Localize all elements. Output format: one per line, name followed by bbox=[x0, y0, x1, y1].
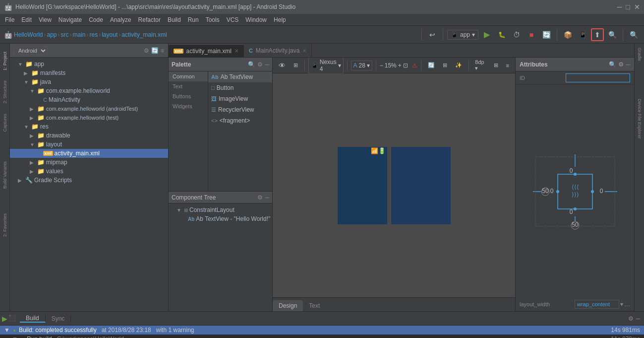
tree-item-res[interactable]: ▼ 📁 res bbox=[10, 122, 168, 131]
breadcrumb-layout[interactable]: layout bbox=[102, 31, 117, 38]
close-button[interactable]: ✕ bbox=[634, 3, 640, 11]
menu-help[interactable]: Help bbox=[271, 15, 289, 24]
tree-item-java[interactable]: ▼ 📁 java bbox=[10, 77, 168, 86]
attr-layout-width-more[interactable]: … bbox=[624, 301, 630, 308]
breadcrumb-activity-main[interactable]: activity_main.xml bbox=[121, 31, 167, 38]
palette-item-recyclerview[interactable]: ☰ RecyclerView bbox=[208, 104, 272, 115]
sdk-manager-button[interactable]: 📦 bbox=[561, 28, 574, 41]
build-settings-icon[interactable]: ⚙ bbox=[628, 315, 634, 322]
component-tree-constraint-layout[interactable]: ▼ ⊞ ConstraintLayout bbox=[169, 205, 272, 214]
design-guideline-btn[interactable]: ⊞ bbox=[491, 61, 501, 69]
stop-button[interactable]: ■ bbox=[525, 28, 538, 41]
menu-refactor[interactable]: Refactor bbox=[135, 15, 164, 24]
attr-close-icon[interactable]: ─ bbox=[626, 61, 630, 68]
captures-tab[interactable]: Captures bbox=[1, 110, 9, 136]
device-selector[interactable]: 📱 Nexus 4 ▾ bbox=[308, 58, 344, 74]
zoom-fit-btn[interactable]: ⊡ bbox=[403, 62, 408, 69]
breadcrumb-app[interactable]: app bbox=[47, 31, 57, 38]
bottom-tab-sync[interactable]: Sync bbox=[46, 315, 71, 322]
build-variants-tab[interactable]: Build Variants bbox=[1, 157, 9, 193]
tab-activity-main[interactable]: xml activity_main.xml ✕ bbox=[169, 44, 244, 57]
palette-item-imageview[interactable]: 🖼 ImageView bbox=[208, 93, 272, 104]
canvas-tab-text[interactable]: Text bbox=[303, 300, 326, 311]
design-infer-btn[interactable]: ✨ bbox=[452, 61, 465, 69]
breadcrumb-res[interactable]: res bbox=[90, 31, 98, 38]
avd-manager-button[interactable]: 📱 bbox=[576, 28, 589, 41]
attr-search-icon[interactable]: 🔍 bbox=[609, 61, 616, 68]
tree-item-app[interactable]: ▼ 📁 app bbox=[10, 60, 168, 68]
push-to-device-button[interactable]: ⬆ bbox=[591, 28, 604, 41]
zoom-in-btn[interactable]: + bbox=[398, 62, 402, 69]
menu-edit[interactable]: Edit bbox=[18, 15, 35, 24]
zoom-out-btn[interactable]: − bbox=[380, 62, 383, 69]
tree-item-values[interactable]: ▶ 📁 values bbox=[10, 167, 168, 176]
project-sync-icon[interactable]: 🔄 bbox=[151, 47, 159, 54]
debug-button[interactable]: 🐛 bbox=[495, 28, 508, 41]
tree-item-manifests[interactable]: ▶ 📁 manifests bbox=[10, 68, 168, 77]
sync-button[interactable]: 🔄 bbox=[540, 28, 553, 41]
palette-item-fragment[interactable]: <> <fragment> bbox=[208, 115, 272, 126]
back-button[interactable]: ↩ bbox=[426, 28, 439, 41]
palette-close-icon[interactable]: ─ bbox=[265, 61, 269, 68]
mainactivity-tab-close[interactable]: ✕ bbox=[302, 48, 306, 54]
tab-mainactivity[interactable]: C MainActivity.java ✕ bbox=[244, 44, 312, 57]
tree-item-mipmap[interactable]: ▶ 📁 mipmap bbox=[10, 158, 168, 167]
build-stop-icon[interactable]: ⬛ bbox=[8, 315, 16, 323]
project-view-selector[interactable]: Android bbox=[14, 46, 48, 55]
palette-item-textview[interactable]: Ab Ab TextView bbox=[208, 71, 272, 82]
build-row-0[interactable]: ▼ ● Build: completed successfully at 201… bbox=[0, 326, 644, 335]
build-close-icon[interactable]: ─ bbox=[636, 315, 640, 322]
menu-build[interactable]: Build bbox=[165, 15, 184, 24]
project-settings-icon[interactable]: ⚙ bbox=[144, 47, 149, 54]
project-collapse-icon[interactable]: ≡ bbox=[161, 47, 164, 54]
breadcrumb-main[interactable]: main bbox=[73, 31, 86, 38]
tree-item-drawable[interactable]: ▶ 📁 drawable bbox=[10, 131, 168, 140]
component-tree-settings-icon[interactable]: ⚙ bbox=[257, 194, 263, 201]
design-constraint-btn[interactable]: ⊞ bbox=[440, 61, 450, 69]
search-everywhere-button[interactable]: 🔍 bbox=[627, 28, 640, 41]
run-button[interactable]: ▶ bbox=[480, 28, 493, 41]
tree-item-layout[interactable]: ▼ 📁 layout bbox=[10, 140, 168, 149]
design-mode-icon[interactable]: 👁 bbox=[276, 61, 289, 70]
attr-settings-icon[interactable]: ⚙ bbox=[618, 61, 624, 68]
attr-layout-width-dropdown[interactable]: ▾ bbox=[620, 301, 623, 308]
activity-main-tab-close[interactable]: ✕ bbox=[234, 48, 238, 54]
minimize-button[interactable]: ─ bbox=[617, 3, 622, 11]
tree-item-test[interactable]: ▶ 📁 com.example.helloworld (test) bbox=[10, 113, 168, 122]
menu-view[interactable]: View bbox=[36, 15, 55, 24]
menu-navigate[interactable]: Navigate bbox=[56, 15, 85, 24]
palette-cat-buttons[interactable]: Buttons bbox=[169, 91, 208, 101]
device-file-explorer-tab[interactable]: Device File Explorer bbox=[636, 95, 644, 143]
palette-cat-text[interactable]: Text bbox=[169, 81, 208, 91]
api-selector[interactable]: A 28 ▾ bbox=[351, 61, 372, 70]
tree-item-android-test[interactable]: ▶ 📁 com.example.helloworld (androidTest) bbox=[10, 104, 168, 113]
design-error-icon[interactable]: ⚠ bbox=[412, 62, 417, 69]
app-selector[interactable]: 📱 app ▾ bbox=[447, 30, 478, 40]
menu-code[interactable]: Code bbox=[86, 15, 106, 24]
palette-search-icon[interactable]: 🔍 bbox=[248, 61, 255, 68]
component-tree-collapse-icon[interactable]: ─ bbox=[265, 194, 269, 201]
design-margin-btn[interactable]: 8dp ▾ bbox=[472, 58, 488, 72]
attr-id-input[interactable] bbox=[566, 73, 630, 82]
gradle-tab[interactable]: Gradle bbox=[636, 44, 644, 65]
canvas-tab-design[interactable]: Design bbox=[273, 300, 303, 311]
favorites-tab[interactable]: 2: Favorites bbox=[1, 209, 9, 241]
palette-cat-widgets[interactable]: Widgets bbox=[169, 101, 208, 111]
design-refresh-btn[interactable]: 🔄 bbox=[425, 61, 438, 69]
menu-file[interactable]: File bbox=[2, 15, 17, 24]
breadcrumb-helloworld[interactable]: 🤖 HelloWorld bbox=[4, 31, 43, 39]
structure-tab[interactable]: 2: Structure bbox=[1, 76, 9, 108]
palette-settings-icon[interactable]: ⚙ bbox=[257, 61, 263, 68]
bottom-tab-build[interactable]: Build bbox=[20, 315, 46, 323]
maximize-button[interactable]: □ bbox=[626, 3, 630, 11]
palette-cat-common[interactable]: Common bbox=[169, 71, 208, 81]
component-tree-textview[interactable]: ▶ Ab Ab TextView - "Hello World!" bbox=[169, 214, 272, 223]
layout-inspector-button[interactable]: 🔍 bbox=[606, 28, 619, 41]
attr-layout-width-input[interactable] bbox=[575, 300, 619, 309]
menu-vcs[interactable]: VCS bbox=[224, 15, 242, 24]
menu-window[interactable]: Window bbox=[242, 15, 270, 24]
blueprint-view[interactable] bbox=[391, 147, 451, 224]
build-row-1[interactable]: ▼ ● Run build G:\workspace\HelloWorld 11… bbox=[0, 335, 644, 338]
tree-item-activity-main[interactable]: ▶ xml activity_main.xml bbox=[10, 149, 168, 158]
palette-item-button[interactable]: □ Button bbox=[208, 82, 272, 93]
